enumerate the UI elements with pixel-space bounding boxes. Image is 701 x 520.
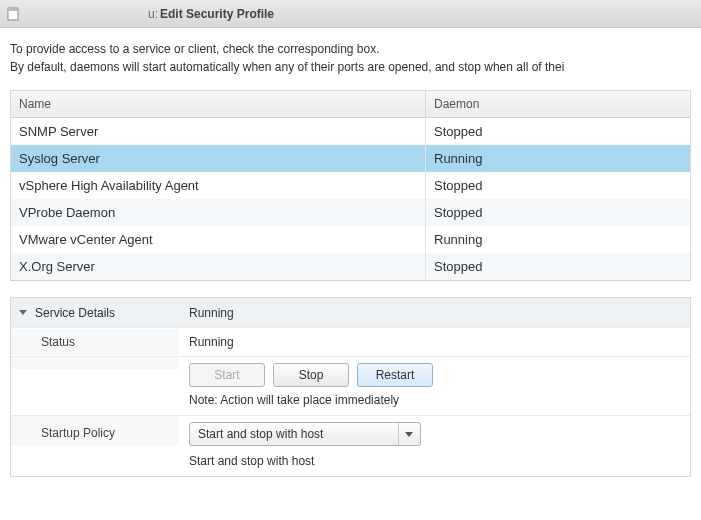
table-row[interactable]: VProbe DaemonStopped [11, 199, 690, 226]
intro-text: To provide access to a service or client… [10, 40, 691, 76]
daemon-status: Running [426, 145, 690, 172]
daemon-status: Running [426, 226, 690, 253]
dropdown-button[interactable] [398, 423, 420, 445]
service-name: vSphere High Availability Agent [11, 172, 426, 199]
daemon-status: Stopped [426, 118, 690, 145]
table-row[interactable]: VMware vCenter AgentRunning [11, 226, 690, 253]
startup-policy-select[interactable]: Start and stop with host [189, 422, 421, 446]
stop-button[interactable]: Stop [273, 363, 349, 387]
actions-label [11, 357, 179, 369]
table-body: SNMP ServerStoppedSyslog ServerRunningvS… [11, 118, 690, 280]
table-header: Name Daemon [11, 91, 690, 118]
dialog-title: Edit Security Profile [160, 7, 274, 21]
title-fragment: u: [148, 7, 158, 21]
chevron-down-icon [405, 432, 413, 437]
daemon-status: Stopped [426, 172, 690, 199]
table-row[interactable]: SNMP ServerStopped [11, 118, 690, 145]
service-name: VProbe Daemon [11, 199, 426, 226]
window-icon [6, 7, 20, 21]
service-details-label: Service Details [35, 306, 115, 320]
services-table: Name Daemon SNMP ServerStoppedSyslog Ser… [10, 90, 691, 281]
startup-policy-selected: Start and stop with host [190, 427, 398, 441]
service-details-header[interactable]: Service Details Running [11, 298, 690, 327]
service-details-header-value: Running [179, 300, 690, 326]
intro-line-2: By default, daemons will start automatic… [10, 58, 691, 76]
intro-line-1: To provide access to a service or client… [10, 40, 691, 58]
start-button[interactable]: Start [189, 363, 265, 387]
service-name: Syslog Server [11, 145, 426, 172]
daemon-status: Stopped [426, 199, 690, 226]
titlebar: u: Edit Security Profile [0, 0, 701, 28]
col-header-daemon[interactable]: Daemon [426, 91, 690, 117]
status-value: Running [179, 329, 690, 355]
col-header-name[interactable]: Name [11, 91, 426, 117]
startup-policy-label: Startup Policy [11, 416, 179, 446]
action-note: Note: Action will take place immediately [179, 389, 690, 415]
service-name: SNMP Server [11, 118, 426, 145]
startup-policy-description: Start and stop with host [179, 446, 690, 476]
daemon-status: Stopped [426, 253, 690, 280]
table-row[interactable]: Syslog ServerRunning [11, 145, 690, 172]
table-row[interactable]: X.Org ServerStopped [11, 253, 690, 280]
service-name: X.Org Server [11, 253, 426, 280]
chevron-down-icon [19, 310, 27, 315]
svg-rect-1 [8, 8, 18, 11]
service-name: VMware vCenter Agent [11, 226, 426, 253]
restart-button[interactable]: Restart [357, 363, 433, 387]
service-details-panel: Service Details Running Status Running S… [10, 297, 691, 477]
status-label: Status [11, 329, 179, 355]
table-row[interactable]: vSphere High Availability AgentStopped [11, 172, 690, 199]
